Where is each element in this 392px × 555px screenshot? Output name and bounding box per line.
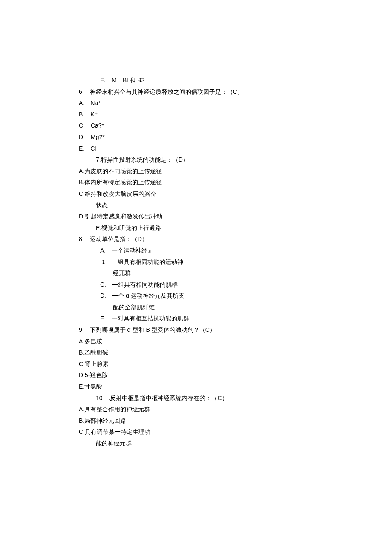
text-line: A. Na⁺ — [79, 97, 341, 109]
text-line: C. Ca?* — [79, 120, 341, 131]
text-line: A. 一个运动神经元 — [79, 245, 341, 256]
text-line: D. 一个 α 运动神经元及其所支 — [79, 290, 341, 302]
text-line: D.引起特定感觉和激发传出冲动 — [79, 211, 341, 222]
text-line: E. 一对具有相互拮抗功能的肌群 — [79, 313, 341, 324]
text-line: A.为皮肤的不同感觉的上传途径 — [79, 166, 341, 177]
text-line: A.多巴胺 — [79, 336, 341, 347]
text-line: 9 .下列哪项属于 α 型和 B 型受体的激动剂？（C） — [79, 324, 341, 336]
text-line: 状态 — [79, 200, 341, 211]
text-line: 8 .运动单位是指：（D） — [79, 233, 341, 245]
document-page: E. M、Bl 和 B26 .神经末梢兴奋与其神经递质释放之间的偶联因子是：（C… — [0, 0, 392, 555]
text-line: E.甘氨酸 — [79, 381, 341, 392]
text-line: C.具有调节某一特定生理功 — [79, 426, 341, 438]
text-line: 7.特异性投射系统的功能是：（D） — [79, 154, 341, 166]
text-line: 配的全部肌纤维 — [79, 302, 341, 313]
text-line: B. 一组具有相同功能的运动神 — [79, 256, 341, 268]
text-line: E. M、Bl 和 B2 — [79, 75, 341, 86]
text-line: B.体内所有特定感觉的上传途径 — [79, 177, 341, 188]
text-line: C.维持和改变大脑皮层的兴奋 — [79, 188, 341, 200]
text-line: B.乙酰胆碱 — [79, 347, 341, 358]
document-body: E. M、Bl 和 B26 .神经末梢兴奋与其神经递质释放之间的偶联因子是：（C… — [79, 75, 341, 449]
text-line: 能的神经元群 — [79, 438, 341, 449]
text-line: D. Mg?* — [79, 131, 341, 143]
text-line: A.具有整合作用的神经元群 — [79, 404, 341, 415]
text-line: E. Cl — [79, 143, 341, 154]
text-line: B. K⁺ — [79, 109, 341, 120]
text-line: B.局部神经元回路 — [79, 415, 341, 427]
text-line: C.肾上腺素 — [79, 358, 341, 370]
text-line: 10 .反射中枢是指中枢神经系统内存在的：（C） — [79, 392, 341, 404]
text-line: E.视觉和听觉的上行通路 — [79, 222, 341, 234]
text-line: 经兀群 — [79, 267, 341, 279]
text-line: D.5-羟色胺 — [79, 369, 341, 381]
text-line: 6 .神经末梢兴奋与其神经递质释放之间的偶联因子是：（C） — [79, 86, 341, 98]
text-line: C. 一组具有相同功能的肌群 — [79, 279, 341, 291]
